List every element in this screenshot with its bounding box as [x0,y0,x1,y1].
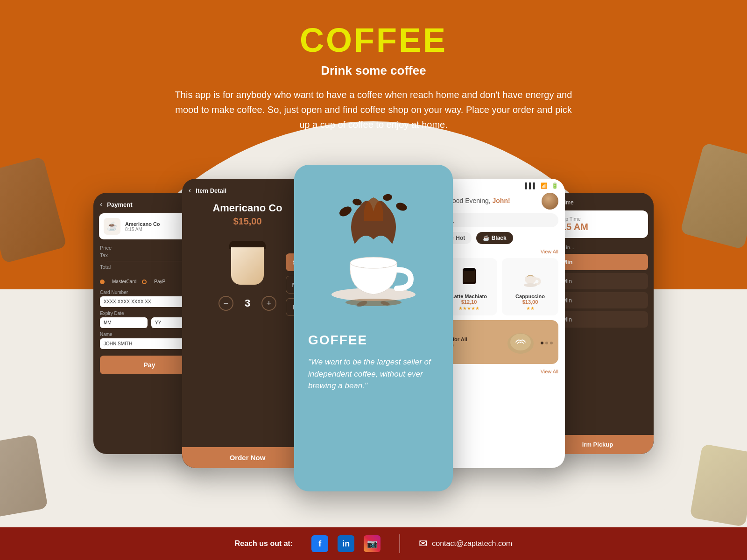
center-card: GOFFEE "We want to be the largest seller… [294,165,453,491]
cup-illustration [226,233,268,289]
promo-text: nt for All his [446,336,500,348]
quantity-value: 3 [245,297,250,309]
filter-tabs: ☕ Hot ☕ Black [434,232,565,249]
item-price: $15,00 [182,214,313,229]
app-description: This app is for anybody who want to have… [173,87,574,132]
email-icon: ✉ [419,538,427,550]
promo-banner[interactable]: nt for All his [441,320,558,364]
paypal-radio[interactable] [142,280,147,284]
item-name: Americano Co [182,199,313,214]
user-avatar [542,193,558,210]
pickup-time-value: 8:15 AM [553,222,642,232]
app-subtitle: Drink some coffee [0,63,747,78]
pickup-time-label: Pickup Time [553,216,642,222]
instagram-icon[interactable]: 📷 [364,535,381,552]
greeting-prefix: Good Evening, [447,197,493,204]
cappuccino-price: $13,00 [507,299,554,305]
back-icon[interactable]: ‹ [189,186,191,195]
linkedin-icon[interactable]: in [338,535,354,552]
cup-body [231,247,264,285]
email-address[interactable]: contact@zaptatech.com [432,539,512,548]
cappuccino-stars: ★★ [507,306,554,311]
tax-label: Tax [100,252,108,258]
mastercard-radio[interactable] [100,280,105,284]
quantity-increase[interactable]: + [261,296,276,311]
user-name: John! [493,197,510,204]
center-brand: GOFFEE [294,323,453,352]
svg-rect-11 [464,269,475,282]
promo-line2: his [446,342,500,348]
reach-out-text: Reach us out at: [235,539,293,548]
svg-point-14 [524,283,537,287]
back-icon[interactable]: ‹ [100,200,102,209]
footer-divider [399,534,400,553]
cappuccino-name: Cappuccino [507,294,554,299]
view-all-bottom[interactable]: View All [434,369,565,378]
app-title: COFFEE [0,23,747,57]
mastercard-label[interactable]: MasterCard [112,279,136,284]
view-all-link[interactable]: View All [434,249,565,258]
item-detail-screen: ‹ Item Detail Americano Co $15,00 S M L … [182,179,313,468]
promo-line1: nt for All [446,336,500,342]
promo-dots [541,342,553,344]
wifi-icon: 📶 [541,182,548,189]
total-label: Total [100,264,111,270]
order-now-button[interactable]: Order Now [182,447,313,468]
signal-icon: ▌▌▌ [525,182,537,189]
expiry-mm-input[interactable]: MM [100,317,148,328]
status-bar: ▌▌▌ 📶 🔋 [434,179,565,191]
footer-bar: Reach us out at: f in 📷 ✉ contact@zaptat… [0,527,747,560]
svg-rect-12 [464,268,475,271]
footer-email: ✉ contact@zaptatech.com [419,538,512,550]
black-coffee-icon: ☕ [483,235,490,241]
svg-point-2 [350,257,397,268]
quantity-decrease[interactable]: − [218,296,233,311]
price-label: Price [100,245,112,251]
screens-area: ‹ Payment ☕ Americano Co 8:15 AM Price T… [0,155,747,473]
coffee-card-cappuccino[interactable]: Cappuccino $13,00 ★★ [502,258,558,315]
battery-icon: 🔋 [551,182,558,189]
header: COFFEE Drink some coffee This app is for… [0,0,747,132]
center-coffee-image [294,165,453,323]
center-quote: "We want to be the largest seller of ind… [294,352,453,396]
social-icons: f in 📷 [311,535,381,552]
search-bar[interactable]: 🔍 [441,213,558,227]
order-item-icon: ☕ [104,218,120,235]
coffee-grid: Latte Machiato $12,10 ★★★★★ Cappuccino $… [434,258,565,315]
divider [106,261,192,261]
filter-black[interactable]: ☕ Black [476,232,513,244]
svg-point-13 [525,276,536,280]
latte-image [455,263,483,291]
svg-point-3 [338,204,353,218]
facebook-icon[interactable]: f [311,535,328,552]
paypal-label[interactable]: PayP [154,279,165,284]
latte-art-image [504,326,537,358]
item-header: ‹ Item Detail [182,179,313,199]
payment-title: Payment [107,201,132,208]
coffee-splash-svg [308,183,439,314]
svg-point-4 [395,201,408,212]
cappuccino-image [516,263,544,291]
svg-point-5 [382,193,393,201]
item-detail-title: Item Detail [196,187,226,194]
svg-point-7 [345,299,402,306]
home-screen: ▌▌▌ 📶 🔋 Good Evening, John! 🔍 ☕ Hot ☕ Bl… [434,179,565,468]
